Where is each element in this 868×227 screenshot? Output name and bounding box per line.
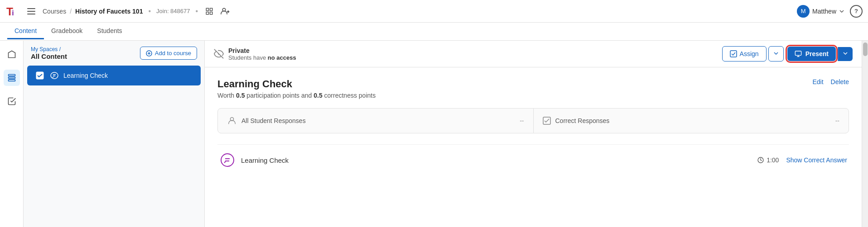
present-button[interactable]: Present <box>787 47 836 61</box>
lc-item: Learning Check 1:00 Show Correct Answer <box>217 144 849 175</box>
content-nav-icon-button[interactable] <box>4 46 20 62</box>
main-content: Private Students have no access Assign <box>205 41 862 227</box>
tab-content[interactable]: Content <box>7 24 44 39</box>
private-banner-left: Private Students have no access <box>214 47 296 61</box>
svg-rect-4 <box>206 12 208 14</box>
lc-title-row: Learning Check Edit Delete <box>217 78 849 90</box>
assign-button[interactable]: Assign <box>722 46 767 61</box>
lc-item-left: Learning Check <box>219 152 289 168</box>
present-screen-icon <box>795 50 802 57</box>
svg-rect-17 <box>795 51 801 55</box>
sidebar-title: All Content <box>31 52 67 60</box>
sidebar-header: My Spaces / All Content Add to course <box>24 41 204 66</box>
dot-separator-2: • <box>195 7 198 15</box>
private-text: Private Students have no access <box>228 47 296 61</box>
logo: T i <box>5 4 20 19</box>
svg-rect-8 <box>8 77 15 78</box>
all-student-left: All Student Responses <box>227 116 306 126</box>
user-name: Matthew <box>812 8 836 15</box>
sidebar-item-learning-check[interactable]: Learning Check <box>27 66 201 85</box>
breadcrumb-parent: Courses <box>43 8 66 15</box>
action-buttons: Assign Present <box>722 46 853 61</box>
svg-rect-3 <box>210 8 212 10</box>
lc-item-right: 1:00 Show Correct Answer <box>757 156 847 164</box>
breadcrumb-course: History of Faucets 101 <box>75 8 143 15</box>
join-code: Join: 848677 <box>156 8 190 14</box>
lc-items-list: Learning Check 1:00 Show Correct Answer <box>217 144 849 175</box>
lc-title: Learning Check <box>217 78 292 90</box>
correct-responses-value: -- <box>835 117 839 124</box>
svg-rect-9 <box>8 80 15 81</box>
tab-bar: Content Gradebook Students <box>0 23 868 41</box>
timer-badge: 1:00 <box>757 156 779 164</box>
lc-chat-icon <box>219 152 236 168</box>
main-layout: My Spaces / All Content Add to course <box>0 41 868 227</box>
dot-separator: • <box>148 7 151 15</box>
lc-item-name: Learning Check <box>241 156 289 164</box>
sidebar-breadcrumb: My Spaces / <box>31 46 67 52</box>
clock-icon <box>757 156 764 164</box>
add-to-course-button[interactable]: Add to course <box>140 47 197 60</box>
user-menu-button[interactable]: M Matthew <box>797 5 844 18</box>
all-student-label: All Student Responses <box>241 117 306 124</box>
settings-icon-button[interactable] <box>203 5 215 17</box>
svg-rect-7 <box>8 75 15 76</box>
svg-point-12 <box>51 72 58 79</box>
top-bar: T i Courses / History of Faucets 101 • J… <box>0 0 868 23</box>
correct-responses-card: Correct Responses -- <box>534 109 849 133</box>
private-banner: Private Students have no access Assign <box>205 41 862 67</box>
svg-rect-16 <box>730 51 737 57</box>
svg-rect-5 <box>210 12 212 14</box>
learning-check-square-icon <box>34 70 45 81</box>
edit-button[interactable]: Edit <box>812 78 823 85</box>
tab-gradebook[interactable]: Gradebook <box>44 24 90 39</box>
chevron-down-icon <box>839 9 844 14</box>
svg-point-20 <box>221 154 234 166</box>
tab-students[interactable]: Students <box>90 24 129 39</box>
scrollbar-area <box>862 41 868 227</box>
all-student-value: -- <box>520 117 524 124</box>
correct-responses-label: Correct Responses <box>555 117 610 124</box>
response-cards: All Student Responses -- Correct Respons… <box>217 108 849 133</box>
chevron-down-icon-white <box>843 51 848 56</box>
user-avatar: M <box>797 5 810 18</box>
help-button[interactable]: ? <box>850 5 863 18</box>
assign-dropdown-button[interactable] <box>768 46 784 61</box>
present-dropdown-button[interactable] <box>838 47 853 61</box>
lc-actions: Edit Delete <box>812 78 849 85</box>
learning-check-detail: Learning Check Edit Delete Worth 0.5 par… <box>205 67 862 186</box>
delete-button[interactable]: Delete <box>831 78 849 85</box>
list-nav-icon-button[interactable] <box>4 70 20 86</box>
content-sidebar: My Spaces / All Content Add to course <box>24 41 205 227</box>
plus-icon <box>146 50 152 57</box>
breadcrumb: Courses / History of Faucets 101 • Join:… <box>43 5 791 17</box>
lc-subtitle: Worth 0.5 participation points and 0.5 c… <box>217 92 849 99</box>
private-eye-slash-icon <box>214 49 224 59</box>
correct-left: Correct Responses <box>543 117 610 125</box>
breadcrumb-separator: / <box>70 8 72 15</box>
svg-text:i: i <box>12 9 14 16</box>
top-right-area: M Matthew ? <box>797 5 863 18</box>
sidebar-header-text: My Spaces / All Content <box>31 46 67 60</box>
student-icon <box>227 116 237 126</box>
show-correct-answer-button[interactable]: Show Correct Answer <box>786 156 847 164</box>
all-student-responses-card: All Student Responses -- <box>218 109 534 133</box>
icon-sidebar <box>0 41 24 227</box>
scrollbar-thumb[interactable] <box>863 43 868 56</box>
svg-rect-2 <box>206 8 208 10</box>
private-subtitle: Students have no access <box>228 54 296 61</box>
menu-button[interactable] <box>25 6 37 16</box>
assign-check-icon <box>730 50 737 57</box>
add-people-icon-button[interactable] <box>219 5 231 17</box>
chevron-down-icon <box>773 51 779 56</box>
chat-icon <box>49 70 60 81</box>
sidebar-item-label: Learning Check <box>63 72 108 79</box>
timer-value: 1:00 <box>767 156 779 164</box>
correct-check-icon <box>543 117 551 125</box>
private-title: Private <box>228 47 296 54</box>
checklist-nav-icon-button[interactable] <box>4 93 20 109</box>
